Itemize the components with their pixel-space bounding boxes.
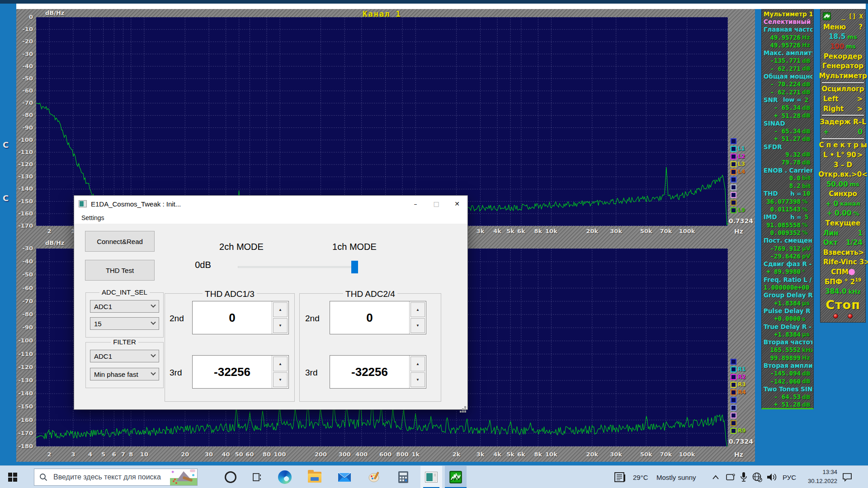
news-weather-button[interactable] bbox=[611, 466, 629, 488]
legend-item-l2[interactable]: L2 bbox=[731, 153, 745, 160]
legend-item-l3[interactable]: L3 bbox=[731, 160, 745, 168]
minimize-button[interactable]: – bbox=[405, 196, 426, 212]
menu-settings[interactable]: Settings bbox=[79, 213, 107, 222]
thd2-3rd-value[interactable]: -32256 bbox=[330, 356, 409, 388]
cortana-button[interactable] bbox=[220, 466, 241, 488]
search-input[interactable]: Введите здесь текст для поиска ✦ bbox=[34, 469, 198, 486]
tray-cast-button[interactable] bbox=[722, 466, 738, 488]
slider-thumb[interactable] bbox=[351, 261, 358, 273]
menu-item-взвесить[interactable]: Взвесить> bbox=[822, 248, 864, 258]
tray-volume-button[interactable] bbox=[764, 466, 780, 488]
calculator-button[interactable] bbox=[392, 466, 414, 488]
legend-item[interactable] bbox=[731, 412, 746, 419]
tray-microphone-button[interactable] bbox=[737, 466, 750, 488]
legend-item-r9[interactable]: R9 bbox=[731, 427, 746, 434]
menu-item-мультиметр[interactable]: Мультиметр bbox=[822, 71, 864, 81]
legend-item[interactable] bbox=[731, 404, 746, 411]
menu-item-бпф-2[interactable]: БПФ ° 219 bbox=[822, 277, 864, 287]
e1da-app-taskbar-button[interactable] bbox=[420, 466, 442, 488]
menu-item--0-00[interactable]: + 0.00% bbox=[822, 209, 864, 219]
menu-item-задерж-r-l[interactable]: Задерж R–L bbox=[822, 117, 864, 127]
legend-item-l9[interactable]: L9 bbox=[731, 206, 745, 214]
legend-item-r1[interactable]: R1 bbox=[731, 366, 746, 373]
action-center-button[interactable] bbox=[838, 466, 856, 488]
task-view-button[interactable] bbox=[246, 466, 268, 488]
menu-item-окт[interactable]: Окт1/24 bbox=[822, 238, 864, 248]
legend-item-r2[interactable]: R2 bbox=[731, 373, 746, 380]
menu-item-осциллогр[interactable]: Осциллогр bbox=[822, 84, 864, 94]
language-indicator[interactable]: РУС bbox=[781, 466, 797, 488]
thd-test-button[interactable]: THD Test bbox=[85, 260, 155, 281]
menu-item-меню[interactable]: Меню? bbox=[822, 22, 864, 32]
mode-slider[interactable] bbox=[238, 261, 358, 273]
legend-item[interactable] bbox=[731, 419, 746, 427]
legend-item[interactable] bbox=[731, 176, 745, 183]
thd2-2nd-spinner[interactable]: 0 ▲▼ bbox=[330, 301, 426, 334]
spin-down-button[interactable]: ▼ bbox=[410, 318, 425, 333]
close-button[interactable]: ✕ bbox=[447, 196, 467, 212]
spectrum-app-taskbar-button[interactable] bbox=[445, 466, 467, 488]
dialog-titlebar[interactable]: E1DA_Cosmos_Tweak : Init... – □ ✕ bbox=[74, 196, 467, 212]
menu-item-left[interactable]: Left> bbox=[822, 94, 864, 104]
tray-expand-button[interactable] bbox=[708, 466, 723, 488]
menu-item-50-00[interactable]: 50.00ms bbox=[822, 179, 864, 189]
menu-item-откр-вх-0-[interactable]: Откр.вх.>0< bbox=[822, 169, 864, 179]
thd1-2nd-spinner[interactable]: 0 ▲▼ bbox=[192, 301, 289, 334]
mail-button[interactable] bbox=[334, 466, 355, 488]
menu-item-лин[interactable]: Лин1 bbox=[822, 228, 864, 238]
menu-item-текущее[interactable]: Текущее bbox=[822, 218, 864, 228]
menu-item-с-п-е-к-т-р-ы[interactable]: С п е к т р ы bbox=[822, 141, 864, 150]
legend-item[interactable] bbox=[731, 183, 745, 191]
clock[interactable]: 13:34 30.12.2022 bbox=[799, 468, 837, 487]
menu-item-rife-vinc-3[interactable]: Rife-Vinc 3> bbox=[822, 258, 864, 267]
spin-up-button[interactable]: ▲ bbox=[273, 357, 288, 371]
menu-item-синхро[interactable]: Синхро bbox=[822, 189, 864, 199]
thd2-3rd-spinner[interactable]: -32256 ▲▼ bbox=[330, 355, 426, 389]
menu-item-спм[interactable]: СПМ bbox=[822, 267, 864, 277]
menu-item-стоп[interactable]: Стоп bbox=[822, 296, 864, 313]
spin-up-button[interactable]: ▲ bbox=[273, 302, 288, 317]
panel-maximize-button[interactable]: [] bbox=[849, 13, 856, 20]
spin-down-button[interactable]: ▼ bbox=[273, 318, 288, 333]
menu-item-384-0[interactable]: 384.0kHz bbox=[822, 286, 864, 296]
legend-item-r4[interactable]: R4 bbox=[731, 389, 746, 396]
menu-item-генератор[interactable]: Генератор bbox=[822, 61, 864, 71]
thd1-3rd-spinner[interactable]: -32256 ▲▼ bbox=[192, 355, 289, 389]
legend-item-l1[interactable]: L1 bbox=[731, 145, 745, 152]
start-button[interactable] bbox=[2, 466, 24, 488]
menu-item-рекордер[interactable]: Рекордер bbox=[822, 52, 864, 61]
weather-temperature[interactable]: 29°C bbox=[633, 466, 648, 488]
filter-type-select[interactable]: Min phase fast bbox=[90, 368, 159, 380]
paint-button[interactable] bbox=[363, 466, 385, 488]
thd1-3rd-value[interactable]: -32256 bbox=[193, 356, 272, 388]
panel-close-button[interactable]: X bbox=[859, 13, 863, 20]
menu-item-100[interactable]: 100ms bbox=[822, 42, 864, 52]
menu-item--0[interactable]: + 0канал bbox=[822, 199, 864, 209]
thd1-2nd-value[interactable]: 0 bbox=[193, 301, 272, 334]
legend-item-l4[interactable]: L4 bbox=[731, 168, 745, 175]
spin-up-button[interactable]: ▲ bbox=[410, 357, 425, 371]
adc-select[interactable]: ADC1 bbox=[90, 300, 159, 313]
edge-button[interactable] bbox=[274, 466, 296, 488]
file-explorer-button[interactable] bbox=[304, 466, 326, 488]
search-highlight-image[interactable]: ✦ bbox=[170, 469, 197, 486]
menu-item-l-l-90[interactable]: L • L° 90> bbox=[822, 150, 864, 160]
legend-item[interactable] bbox=[731, 396, 746, 404]
legend-item[interactable] bbox=[731, 191, 745, 198]
menu-item--[interactable]: +0 bbox=[822, 127, 864, 137]
legend-item-r3[interactable]: R3 bbox=[731, 381, 746, 388]
tray-network-button[interactable] bbox=[750, 466, 765, 488]
legend-item[interactable] bbox=[731, 137, 745, 145]
resize-grip[interactable] bbox=[464, 406, 466, 408]
weather-condition[interactable]: Mostly sunny bbox=[656, 466, 696, 488]
thd2-2nd-value[interactable]: 0 bbox=[330, 301, 409, 334]
menu-item-right[interactable]: Right> bbox=[822, 104, 864, 114]
legend-item[interactable] bbox=[731, 358, 746, 365]
filter-adc-select[interactable]: ADC1 bbox=[90, 350, 159, 362]
spin-down-button[interactable]: ▼ bbox=[410, 372, 425, 387]
connect-read-button[interactable]: Connect&Read bbox=[85, 231, 155, 252]
legend-item[interactable] bbox=[731, 199, 745, 206]
panel-minimize-button[interactable]: _ bbox=[841, 13, 845, 20]
maximize-button[interactable]: □ bbox=[426, 196, 447, 212]
spin-down-button[interactable]: ▼ bbox=[273, 372, 288, 387]
